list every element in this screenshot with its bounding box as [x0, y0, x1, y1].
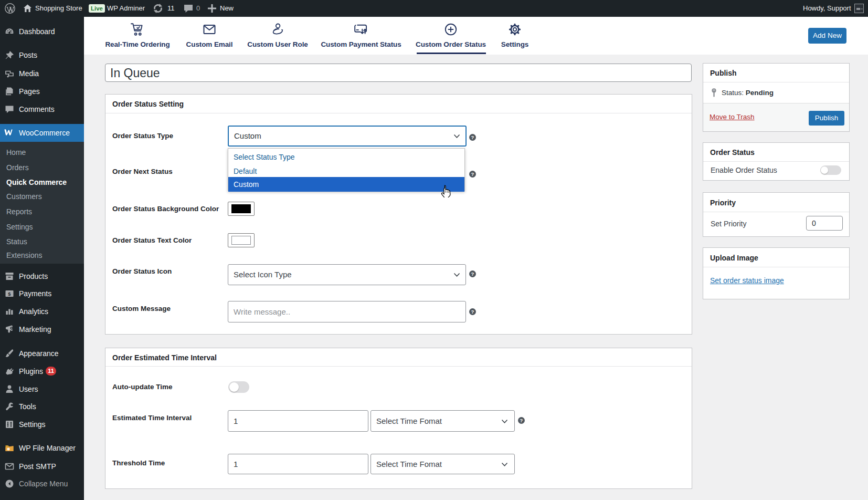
svg-text:$: $ — [8, 291, 11, 297]
